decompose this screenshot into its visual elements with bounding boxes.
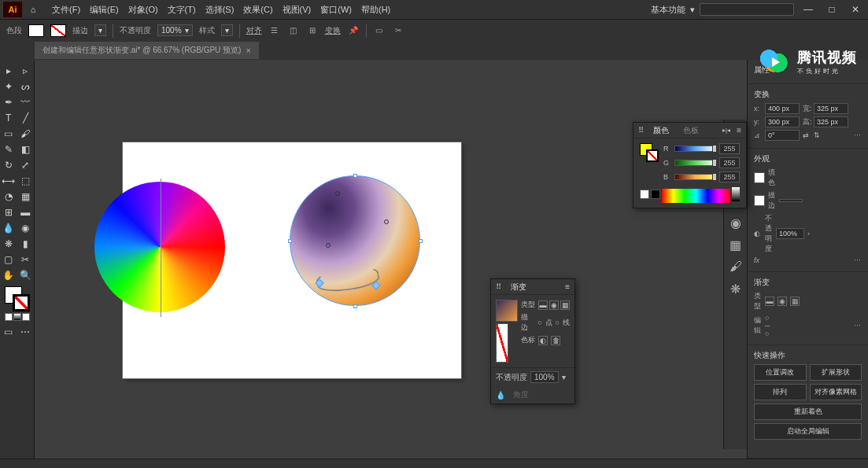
anchor-point[interactable] [419, 239, 423, 243]
lasso-tool[interactable]: ᔕ [17, 79, 35, 94]
panel-menu-icon[interactable]: ≡ [737, 126, 741, 135]
zoom-tool[interactable]: 🔍 [17, 267, 35, 283]
stroke-swatch[interactable] [754, 195, 765, 206]
rectangle-tool[interactable]: ▭ [0, 126, 17, 142]
stroke-swatch[interactable] [50, 24, 66, 37]
more-icon[interactable]: ⋯ [854, 131, 862, 139]
brushes-icon[interactable]: 🖌 [729, 260, 743, 274]
isolate-icon[interactable]: ▭ [373, 24, 386, 37]
align-icon[interactable]: ☰ [268, 24, 281, 37]
type-tool[interactable]: T [0, 110, 17, 126]
swatches-icon[interactable]: ▦ [729, 238, 743, 252]
anchor-point[interactable] [353, 304, 357, 308]
column-graph-tool[interactable]: ▮ [17, 236, 35, 252]
mesh-tool[interactable]: ⊞ [0, 205, 17, 220]
menu-window[interactable]: 窗口(W) [316, 4, 356, 16]
tab-close-icon[interactable]: × [246, 46, 250, 55]
free-transform-tool[interactable]: ⬚ [17, 173, 35, 189]
crop-icon[interactable]: ✂ [392, 24, 404, 37]
y-field[interactable]: 300 px [765, 116, 800, 127]
expand-shape-button[interactable]: 扩展形状 [810, 364, 862, 381]
pin-icon[interactable]: 📌 [347, 24, 360, 37]
edit-toolbar-icon[interactable]: ⋯ [17, 324, 35, 340]
more-icon[interactable]: ⋯ [854, 322, 862, 330]
rotate-tool[interactable]: ↻ [0, 157, 17, 173]
distribute-icon[interactable]: ⊞ [306, 24, 319, 37]
g-slider[interactable] [674, 160, 716, 166]
align-pixel-button[interactable]: 对齐像素网格 [810, 384, 862, 400]
magic-wand-tool[interactable]: ✦ [0, 79, 17, 94]
artboard-tool[interactable]: ▢ [0, 252, 17, 267]
b-value[interactable]: 255 [719, 171, 740, 182]
workspace-switcher[interactable]: 基本功能 [651, 4, 685, 16]
recolor-button[interactable]: 重新着色 [754, 404, 862, 420]
selection-tool[interactable]: ▸ [0, 63, 17, 79]
width-tool[interactable]: ⟷ [0, 173, 17, 189]
add-stop-icon[interactable]: ◐ [538, 336, 548, 345]
paintbrush-tool[interactable]: 🖌 [17, 126, 35, 142]
fill-swatch[interactable] [28, 24, 44, 37]
color-mode-icon[interactable] [5, 313, 13, 321]
r-slider[interactable] [674, 146, 716, 152]
stroke-weight[interactable] [779, 199, 803, 202]
dots-icon[interactable]: ⠿ [496, 282, 501, 291]
close-icon[interactable]: ✕ [846, 2, 865, 17]
gradient-preview[interactable] [496, 300, 518, 322]
scale-tool[interactable]: ⤢ [17, 157, 35, 173]
linear-gradient-icon[interactable]: ▬ [538, 300, 548, 310]
gradient-panel[interactable]: ⠿ 渐变 ≡ 类型▬◉▦ 描边○点○线 色标◐🗑 不透明度 100%▾ [490, 278, 575, 404]
global-edit-button[interactable]: 启动全局编辑 [754, 423, 862, 440]
color-stop[interactable] [326, 243, 331, 248]
home-icon[interactable]: ⌂ [25, 2, 41, 17]
none-swatch[interactable] [640, 190, 649, 199]
fill-stroke-selector[interactable] [640, 143, 659, 162]
linear-icon[interactable]: ▬ [765, 297, 774, 306]
arrange-button[interactable]: 排列 [754, 384, 807, 400]
dots-icon[interactable]: ⠿ [638, 126, 644, 135]
opacity-dropdown[interactable]: 100%▾ [157, 24, 193, 36]
angle-field[interactable]: 0° [765, 130, 800, 141]
anchor-point[interactable] [288, 239, 292, 243]
offset-path-button[interactable]: 位置调改 [754, 364, 807, 381]
shape-icon[interactable]: ◫ [287, 24, 300, 37]
collapse-icon[interactable]: ▸|◂ [722, 127, 730, 134]
stroke-color[interactable] [13, 294, 30, 311]
stroke-color[interactable] [646, 149, 659, 162]
eyedropper-icon[interactable]: 💧 [496, 391, 505, 400]
eraser-tool[interactable]: ◧ [17, 142, 35, 157]
color-stop[interactable] [335, 191, 340, 196]
bw-ramp[interactable] [732, 187, 740, 201]
menu-edit[interactable]: 编辑(E) [85, 4, 124, 16]
color-panel[interactable]: ⠿ 颜色 色板 ▸|◂ ≡ R255 G255 B255 [633, 122, 747, 208]
fx-label[interactable]: fx [754, 256, 762, 264]
gradient-circle-left[interactable] [94, 182, 225, 312]
curvature-tool[interactable]: 〰 [17, 94, 35, 110]
flip-v-icon[interactable]: ⇅ [814, 131, 822, 139]
fill-stroke-control[interactable] [3, 286, 31, 311]
direct-selection-tool[interactable]: ▹ [17, 63, 35, 79]
shape-builder-tool[interactable]: ◔ [0, 189, 17, 205]
menu-file[interactable]: 文件(F) [47, 4, 85, 16]
panel-header[interactable]: ⠿ 渐变 ≡ [491, 279, 574, 295]
panel-menu-icon[interactable]: ≡ [565, 282, 570, 291]
freeform-icon[interactable]: ▦ [790, 297, 800, 306]
more-icon[interactable]: ⋯ [854, 256, 862, 264]
screen-mode-icon[interactable]: ▭ [0, 324, 17, 340]
menu-object[interactable]: 对象(O) [124, 4, 163, 16]
minimize-icon[interactable]: — [799, 2, 818, 17]
symbol-sprayer-tool[interactable]: ❋ [0, 236, 17, 252]
gradient-tool[interactable]: ▬ [17, 205, 35, 220]
x-field[interactable]: 400 px [765, 103, 800, 114]
opacity-value[interactable]: 100% [530, 371, 559, 383]
eyedropper-tool[interactable]: 💧 [0, 220, 17, 236]
menu-help[interactable]: 帮助(H) [356, 4, 395, 16]
maximize-icon[interactable]: □ [822, 2, 841, 17]
color-spectrum[interactable] [662, 189, 730, 203]
panel-tab[interactable]: 渐变 [508, 280, 530, 294]
b-slider[interactable] [674, 174, 716, 180]
transform-label[interactable]: 变换 [325, 25, 341, 36]
color-stop[interactable] [384, 219, 389, 224]
opacity-field[interactable]: 100% [776, 228, 804, 239]
black-swatch[interactable] [651, 190, 660, 199]
perspective-tool[interactable]: ▦ [17, 189, 35, 205]
